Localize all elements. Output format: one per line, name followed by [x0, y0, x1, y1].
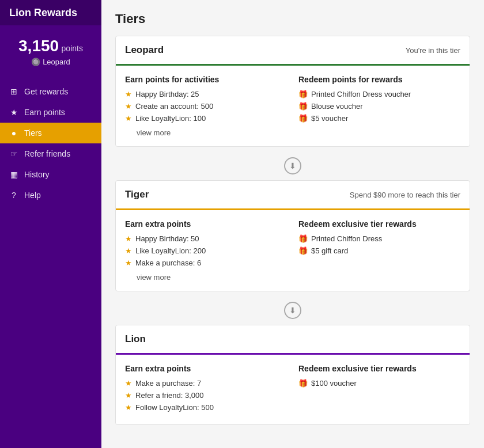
- redeem-item-tiger-1: 🎁$5 gift card: [298, 246, 460, 255]
- tier-arrow-1: ⬇: [115, 151, 470, 180]
- star-icon: ★: [125, 90, 132, 98]
- earn-heading-leopard: Earn points for activities: [125, 75, 287, 84]
- sidebar-nav: ⊞ Get rewards★ Earn points● Tiers☞ Refer…: [0, 81, 101, 448]
- view-more-earn-tiger[interactable]: view more: [125, 271, 287, 282]
- refer-friends-icon: ☞: [9, 149, 18, 158]
- earn-item-leopard-0: ★Happy Birthday: 25: [125, 90, 287, 98]
- star-icon: ★: [125, 403, 132, 412]
- earn-item-lion-1: ★Refer a friend: 3,000: [125, 391, 287, 400]
- sidebar-item-help[interactable]: ? Help: [0, 185, 101, 206]
- tiers-icon: ●: [9, 128, 18, 138]
- earn-col-lion: Earn extra points★Make a purchase: 7★Ref…: [125, 364, 287, 415]
- earn-col-leopard: Earn points for activities★Happy Birthda…: [125, 75, 287, 137]
- sidebar-item-tiers[interactable]: ● Tiers: [0, 123, 101, 143]
- gift-icon: 🎁: [298, 379, 308, 388]
- earn-points-icon: ★: [9, 108, 18, 117]
- history-icon: ▦: [9, 170, 18, 179]
- redeem-item-lion-0: 🎁$100 voucher: [298, 379, 460, 388]
- redeem-heading-lion: Redeem exclusive tier rewards: [298, 364, 460, 373]
- star-icon: ★: [125, 391, 132, 400]
- tier-status-leopard: You're in this tier: [406, 46, 460, 55]
- nav-label-get-rewards: Get rewards: [24, 87, 68, 96]
- tier-badge: 🔘 Leopard: [6, 58, 96, 66]
- get-rewards-icon: ⊞: [9, 87, 18, 96]
- nav-label-help: Help: [24, 191, 41, 200]
- star-icon: ★: [125, 102, 132, 111]
- tier-card-lion: Lion Earn extra points★Make a purchase: …: [115, 325, 470, 425]
- redeem-item-tiger-0: 🎁Printed Chiffon Dress: [298, 234, 460, 243]
- earn-item-lion-0: ★Make a purchase: 7: [125, 379, 287, 388]
- star-icon: ★: [125, 259, 132, 267]
- earn-item-label: Make a purchase: 6: [135, 259, 201, 267]
- tier-card-header-leopard: Leopard You're in this tier: [116, 36, 470, 66]
- earn-item-label: Make a purchase: 7: [135, 379, 201, 388]
- help-icon: ?: [9, 191, 18, 200]
- tier-name-leopard: Leopard: [125, 44, 164, 56]
- redeem-item-leopard-0: 🎁Printed Chiffon Dress voucher: [298, 90, 460, 98]
- tier-arrow-2: ⬇: [115, 296, 470, 325]
- main-content: Tiers Leopard You're in this tierEarn po…: [101, 0, 484, 448]
- earn-heading-tiger: Earn extra points: [125, 219, 287, 229]
- view-more-earn-leopard[interactable]: view more: [125, 126, 287, 137]
- earn-item-label: Happy Birthday: 50: [135, 234, 199, 243]
- earn-item-label: Create an account: 500: [135, 102, 213, 111]
- arrow-circle-icon: ⬇: [284, 157, 301, 174]
- gift-icon: 🎁: [298, 102, 308, 111]
- redeem-item-label: Blouse voucher: [311, 102, 363, 111]
- tier-card-header-lion: Lion: [116, 325, 470, 355]
- redeem-item-leopard-2: 🎁$5 voucher: [298, 114, 460, 123]
- earn-col-tiger: Earn extra points★Happy Birthday: 50★Lik…: [125, 219, 287, 282]
- tier-icon: 🔘: [31, 58, 40, 66]
- tier-card-tiger: Tiger Spend $90 more to reach this tierE…: [115, 180, 470, 291]
- earn-item-leopard-1: ★Create an account: 500: [125, 102, 287, 111]
- redeem-heading-leopard: Redeem points for rewards: [298, 75, 460, 84]
- earn-item-tiger-1: ★Like LoyaltyLion: 200: [125, 246, 287, 255]
- tier-card-header-tiger: Tiger Spend $90 more to reach this tier: [116, 181, 470, 210]
- tier-card-leopard: Leopard You're in this tierEarn points f…: [115, 36, 470, 147]
- points-label: points: [62, 44, 83, 53]
- redeem-item-label: Printed Chiffon Dress voucher: [311, 90, 411, 98]
- nav-label-history: History: [24, 170, 50, 179]
- redeem-item-label: Printed Chiffon Dress: [311, 234, 382, 243]
- sidebar-item-refer-friends[interactable]: ☞ Refer friends: [0, 143, 101, 164]
- tiers-container: Leopard You're in this tierEarn points f…: [115, 36, 470, 425]
- sidebar-item-history[interactable]: ▦ History: [0, 164, 101, 185]
- nav-label-tiers: Tiers: [24, 128, 42, 138]
- earn-item-tiger-0: ★Happy Birthday: 50: [125, 234, 287, 243]
- page-title: Tiers: [115, 12, 470, 26]
- redeem-col-tiger: Redeem exclusive tier rewards🎁Printed Ch…: [298, 219, 460, 282]
- tier-card-body-lion: Earn extra points★Make a purchase: 7★Ref…: [116, 355, 470, 424]
- nav-label-refer-friends: Refer friends: [24, 149, 70, 158]
- earn-item-label: Like LoyaltyLion: 200: [135, 246, 206, 255]
- gift-icon: 🎁: [298, 234, 308, 243]
- earn-item-label: Refer a friend: 3,000: [135, 391, 204, 400]
- sidebar: Lion Rewards 3,150 points 🔘 Leopard ⊞ Ge…: [0, 0, 101, 448]
- sidebar-item-earn-points[interactable]: ★ Earn points: [0, 102, 101, 123]
- nav-label-earn-points: Earn points: [24, 108, 65, 117]
- earn-item-lion-2: ★Follow LoyaltyLion: 500: [125, 403, 287, 412]
- app-title: Lion Rewards: [0, 0, 101, 25]
- redeem-col-leopard: Redeem points for rewards🎁Printed Chiffo…: [298, 75, 460, 137]
- gift-icon: 🎁: [298, 90, 308, 98]
- tier-status-tiger: Spend $90 more to reach this tier: [350, 191, 460, 199]
- star-icon: ★: [125, 234, 132, 243]
- redeem-item-label: $5 gift card: [311, 246, 348, 255]
- earn-item-label: Happy Birthday: 25: [135, 90, 199, 98]
- redeem-heading-tiger: Redeem exclusive tier rewards: [298, 219, 460, 229]
- gift-icon: 🎁: [298, 114, 308, 123]
- star-icon: ★: [125, 246, 132, 255]
- redeem-col-lion: Redeem exclusive tier rewards🎁$100 vouch…: [298, 364, 460, 415]
- earn-item-leopard-2: ★Like LoyaltyLion: 100: [125, 114, 287, 123]
- tier-card-body-leopard: Earn points for activities★Happy Birthda…: [116, 66, 470, 146]
- earn-item-label: Like LoyaltyLion: 100: [135, 114, 206, 123]
- gift-icon: 🎁: [298, 246, 308, 255]
- points-number: 3,150: [18, 37, 59, 55]
- redeem-item-label: $100 voucher: [311, 379, 357, 388]
- star-icon: ★: [125, 114, 132, 123]
- earn-item-label: Follow LoyaltyLion: 500: [135, 403, 214, 412]
- earn-heading-lion: Earn extra points: [125, 364, 287, 373]
- earn-item-tiger-2: ★Make a purchase: 6: [125, 259, 287, 267]
- tier-name-tiger: Tiger: [125, 189, 149, 200]
- sidebar-item-get-rewards[interactable]: ⊞ Get rewards: [0, 81, 101, 102]
- redeem-item-label: $5 voucher: [311, 114, 348, 123]
